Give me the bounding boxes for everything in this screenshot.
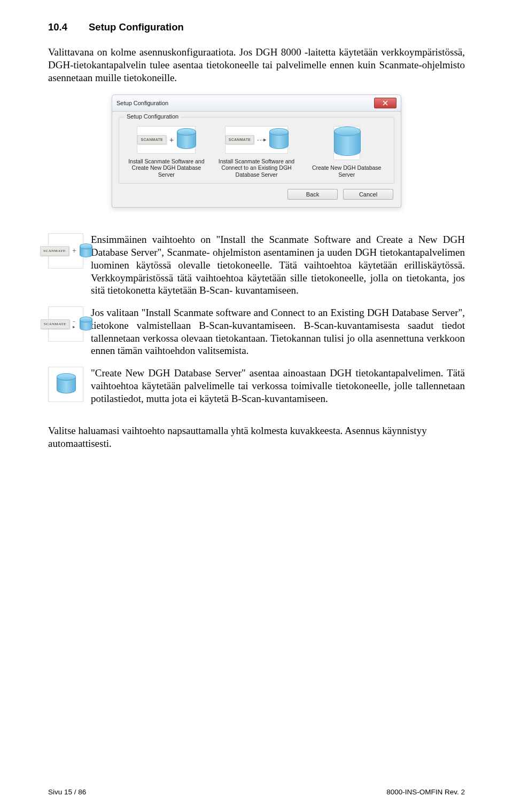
- database-icon: [80, 243, 91, 258]
- database-icon: [269, 128, 287, 152]
- desc-text-3: "Create New DGH Database Server" asentaa…: [91, 367, 465, 405]
- groupbox-title: Setup Configuration: [125, 113, 181, 120]
- dialog-titlebar: Setup Configuration: [112, 95, 401, 112]
- plus-icon: +: [72, 247, 76, 255]
- scanmate-badge-icon: SCANMATE: [137, 135, 166, 144]
- arrow-right-icon: --▸: [73, 319, 76, 329]
- footer-left: Sivu 15 / 86: [48, 788, 86, 796]
- database-icon: [57, 373, 75, 396]
- scanmate-badge-icon: SCANMATE: [41, 319, 69, 329]
- option-3-label: Create New DGH Database Server: [305, 164, 388, 178]
- back-button[interactable]: Back: [287, 189, 338, 200]
- close-icon[interactable]: [374, 98, 397, 108]
- database-icon: [80, 317, 91, 332]
- option-1[interactable]: SCANMATE + Install Scanmate Software and…: [125, 126, 208, 178]
- option-2[interactable]: SCANMATE - - -▸ Install Scanmate Softwar…: [215, 126, 299, 178]
- dialog-title: Setup Configuration: [116, 100, 168, 106]
- option-2-label: Install Scanmate Software and Connect to…: [215, 158, 299, 178]
- page-footer: Sivu 15 / 86 8000-INS-OMFIN Rev. 2: [48, 788, 465, 796]
- section-title: Setup Configuration: [89, 21, 184, 33]
- intro-paragraph: Valittavana on kolme asennuskonfiguraati…: [48, 46, 465, 84]
- scanmate-badge-icon: SCANMATE: [226, 135, 254, 144]
- footer-right: 8000-INS-OMFIN Rev. 2: [386, 788, 465, 796]
- dialog-screenshot: Setup Configuration Setup Configuration …: [48, 94, 465, 208]
- database-icon: [177, 128, 195, 152]
- desc-text-2: Jos valitaan "Install Scanmate software …: [91, 306, 465, 357]
- section-heading: 10.4Setup Configuration: [48, 21, 465, 33]
- icon-option-2: SCANMATE --▸: [48, 306, 83, 342]
- icon-option-1: SCANMATE +: [48, 233, 83, 269]
- setup-config-dialog: Setup Configuration Setup Configuration …: [112, 94, 401, 208]
- desc-row-2: SCANMATE --▸ Jos valitaan "Install Scanm…: [48, 306, 465, 357]
- desc-row-1: SCANMATE + Ensimmäinen vaihtoehto on "In…: [48, 233, 465, 297]
- desc-row-3: "Create New DGH Database Server" asentaa…: [48, 367, 465, 405]
- closing-paragraph: Valitse haluamasi vaihtoehto napsauttama…: [48, 424, 465, 450]
- scanmate-badge-icon: SCANMATE: [40, 246, 69, 256]
- option-1-label: Install Scanmate Software and Create New…: [125, 158, 208, 178]
- section-number: 10.4: [48, 21, 67, 33]
- arrow-right-icon: - - -▸: [257, 136, 266, 143]
- plus-icon: +: [169, 136, 174, 144]
- icon-option-3: [48, 367, 83, 402]
- cancel-button[interactable]: Cancel: [343, 189, 393, 200]
- option-3[interactable]: Create New DGH Database Server: [305, 126, 388, 178]
- desc-text-1: Ensimmäinen vaihtoehto on "Install the S…: [91, 233, 465, 297]
- database-icon: [334, 127, 360, 160]
- setup-config-groupbox: Setup Configuration SCANMATE + Install S…: [119, 117, 394, 184]
